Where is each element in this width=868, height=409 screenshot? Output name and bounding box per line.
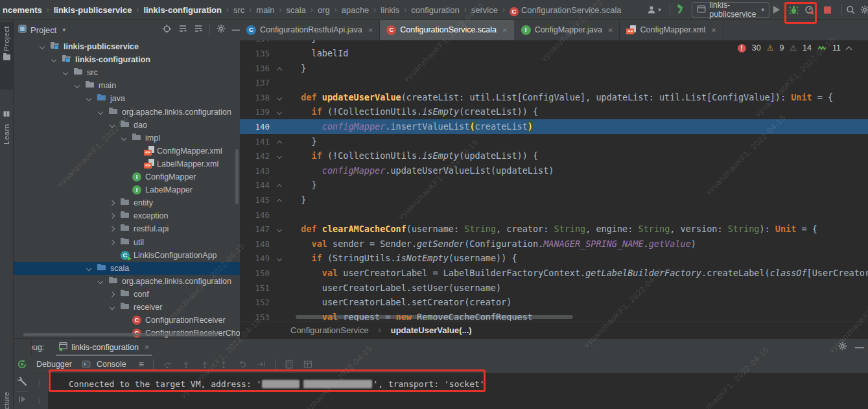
stop-button[interactable] — [819, 0, 836, 19]
code-line[interactable]: 136 } — [240, 61, 868, 76]
tree-row[interactable]: exception — [13, 209, 240, 222]
arrow-down-icon[interactable]: ↓ — [31, 395, 48, 404]
breadcrumb-item[interactable]: linkis-publicservice — [54, 5, 132, 15]
tree-chevron-icon[interactable] — [110, 200, 115, 205]
breadcrumb-item[interactable]: scala — [287, 5, 306, 15]
tree-row[interactable]: linkis-configuration — [13, 53, 240, 66]
fold-marker-icon[interactable] — [277, 227, 282, 232]
tree-row[interactable]: util — [13, 236, 240, 249]
breadcrumb-item[interactable]: linkis-configuration — [143, 5, 222, 15]
tree-chevron-icon[interactable] — [63, 70, 68, 75]
tree-row[interactable]: <>ConfigMapper.xml — [13, 145, 240, 158]
fold-marker-icon[interactable] — [277, 256, 282, 261]
profiler-icon[interactable] — [801, 0, 817, 19]
tree-chevron-icon[interactable] — [86, 96, 91, 101]
wrench-settings-icon[interactable] — [13, 377, 31, 386]
breadcrumb-item[interactable]: ncements — [3, 5, 42, 15]
tree-horizontal-scrollbar[interactable] — [23, 333, 218, 336]
tree-chevron-icon[interactable] — [98, 109, 103, 114]
chevron-up-icon[interactable] — [846, 46, 852, 53]
tree-row[interactable]: dao — [13, 119, 240, 132]
tree-row[interactable]: entity — [13, 196, 240, 209]
breadcrumb-class[interactable]: ConfigurationService — [290, 325, 369, 335]
tree-chevron-icon[interactable] — [75, 83, 80, 88]
code-line[interactable]: 150 val userCreatorLabel = LabelBuilderF… — [240, 266, 868, 281]
step-out-button[interactable] — [217, 357, 231, 371]
tree-row[interactable]: org.apache.linkis.configuration — [13, 106, 240, 119]
tab-debugger[interactable]: Debugger — [31, 360, 77, 369]
tree-chevron-icon[interactable] — [40, 44, 45, 49]
editor-tab[interactable]: CConfigurationService.scala× — [380, 19, 514, 40]
hide-panel-icon[interactable]: — — [855, 342, 864, 353]
tree-row[interactable]: main — [13, 79, 240, 92]
breadcrumb-item[interactable]: service — [471, 5, 498, 15]
tab-console[interactable]: Console — [95, 360, 132, 369]
code-line[interactable]: 149 if (StringUtils.isNotEmpty(username)… — [240, 251, 868, 266]
breadcrumb-item[interactable]: apache — [342, 5, 369, 15]
tree-row[interactable]: CConfigurationReceiver — [13, 314, 240, 327]
gear-icon[interactable] — [217, 24, 226, 36]
fold-marker-icon[interactable] — [277, 110, 282, 115]
fold-marker-icon[interactable] — [277, 199, 282, 204]
run-button[interactable] — [768, 0, 785, 19]
fold-marker-icon[interactable] — [277, 184, 282, 189]
evaluate-expression-button[interactable] — [282, 357, 296, 371]
close-icon[interactable]: × — [145, 343, 149, 352]
run-to-cursor-button[interactable] — [254, 357, 268, 371]
editor-tab[interactable]: IConfigMapper.java× — [515, 19, 620, 40]
step-over-button[interactable] — [160, 357, 174, 371]
user-icon[interactable]: ▾ — [646, 0, 663, 19]
fold-marker-icon[interactable] — [277, 67, 282, 73]
code-line[interactable]: 152 userCreatorLabel.setCreator(creator) — [240, 295, 868, 310]
fold-marker-icon[interactable] — [277, 154, 282, 159]
code-line[interactable]: 138 def updateUserValue(createList: util… — [240, 90, 868, 105]
tree-row[interactable]: linkis-publicservice — [13, 40, 240, 53]
tree-row[interactable]: IConfigMapper — [13, 170, 240, 183]
expand-all-icon[interactable] — [178, 24, 187, 36]
tree-chevron-icon[interactable] — [110, 305, 115, 310]
tree-row[interactable]: scala — [13, 262, 240, 275]
debug-session-tab[interactable]: linkis-configuration × — [56, 339, 152, 356]
fold-marker-icon[interactable] — [277, 141, 282, 146]
close-icon[interactable]: × — [711, 25, 716, 35]
rerun-button[interactable] — [13, 359, 31, 369]
step-into-button[interactable] — [179, 357, 193, 371]
gear-icon[interactable] — [838, 342, 847, 353]
tree-row[interactable]: org.apache.linkis.configuration — [13, 275, 240, 288]
force-step-into-button[interactable] — [198, 357, 212, 371]
fold-marker-icon[interactable] — [277, 95, 282, 100]
code-line[interactable]: 151 userCreatorLabel.setUser(username) — [240, 281, 868, 296]
tree-chevron-icon[interactable] — [121, 135, 126, 140]
tree-vertical-scrollbar[interactable] — [235, 149, 239, 204]
breadcrumb-item[interactable]: linkis — [381, 5, 399, 15]
breadcrumb-item[interactable]: org — [318, 5, 330, 15]
tree-chevron-icon[interactable] — [110, 213, 115, 218]
tree-row[interactable]: restful.api — [13, 222, 240, 235]
code-line[interactable]: 145 } — [240, 193, 868, 207]
breadcrumb-method[interactable]: updateUserValue(...) — [391, 325, 472, 335]
code-line[interactable]: 140 configMapper.insertValueList(createL… — [240, 119, 868, 134]
breadcrumb-item[interactable]: ConfigurationService.scala — [521, 5, 622, 15]
breadcrumb-item[interactable]: main — [256, 5, 274, 15]
tree-chevron-icon[interactable] — [110, 122, 115, 127]
tree-chevron-icon[interactable] — [98, 279, 103, 284]
breadcrumb-item[interactable]: src — [233, 5, 244, 15]
code-line[interactable]: 143 configMapper.updateUserValueList(upd… — [240, 163, 868, 178]
tree-row[interactable]: CLinkisConfigurationApp — [13, 249, 240, 262]
project-panel-title[interactable]: Project — [30, 25, 56, 35]
editor-tab[interactable]: <>ConfigMapper.xml× — [620, 19, 723, 40]
console-output[interactable]: Connected to the target VM, address: '',… — [48, 373, 868, 409]
tool-button-learn[interactable]: Learn — [0, 105, 13, 165]
code-line[interactable]: 146 — [240, 207, 868, 222]
arrow-up-icon[interactable]: ↑ — [31, 378, 48, 388]
close-icon[interactable]: × — [502, 25, 508, 35]
resume-button[interactable] — [13, 395, 31, 404]
inspections-widget[interactable]: ! 30 ⚠ 9 ⚠ 14 11 — [738, 43, 851, 53]
code-line[interactable]: 141 } — [240, 134, 868, 149]
tree-chevron-icon[interactable] — [86, 265, 91, 270]
tree-row[interactable]: conf — [13, 288, 240, 301]
drop-frame-button[interactable] — [235, 357, 250, 371]
editor-tab[interactable]: CConfigurationRestfulApi.java× — [240, 19, 380, 40]
menu-icon[interactable]: ≡ — [136, 359, 147, 369]
code-line[interactable]: 153 val request = new RemoveCacheConfReq… — [240, 310, 868, 321]
